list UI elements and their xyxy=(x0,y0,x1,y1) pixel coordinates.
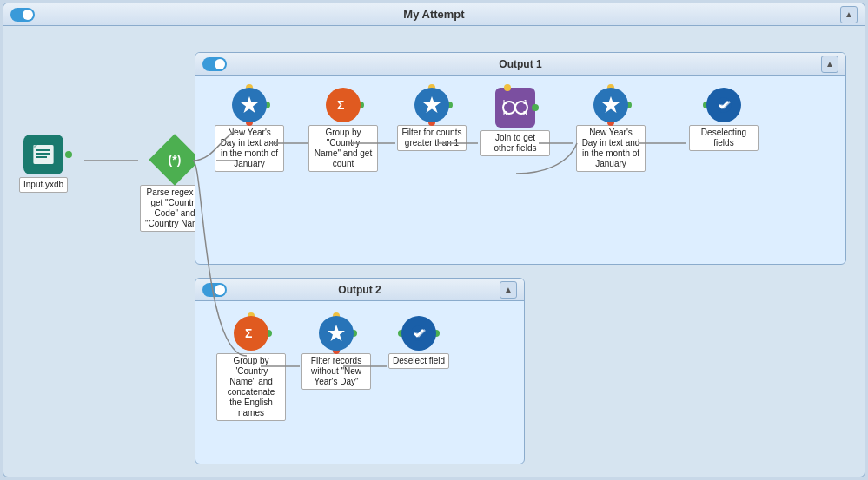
group-by-1-label: Group by "Country Name" and get count xyxy=(308,125,378,172)
input-label: Input.yxdb xyxy=(19,177,68,193)
join-icon: L J R R xyxy=(495,88,535,128)
group-by-1-icon: Σ xyxy=(326,88,361,122)
group-by-2-icon: Σ xyxy=(234,316,268,351)
new-years-1-label: New Year's Day in text and in the month … xyxy=(215,125,284,172)
svg-text:J: J xyxy=(523,99,527,105)
filter-counts-label: Filter for counts greater than 1 xyxy=(397,125,467,151)
join-label: Join to get other fields xyxy=(480,130,550,156)
filter-records-icon xyxy=(319,316,354,351)
output2-toggle[interactable] xyxy=(202,283,227,297)
output1-title: Output 1 xyxy=(499,58,541,70)
output1-collapse[interactable]: ▲ xyxy=(821,56,838,73)
canvas-area: Input.yxdb (*) Parse regex to get "Count… xyxy=(3,26,865,477)
main-collapse-btn[interactable]: ▲ xyxy=(840,6,858,23)
main-title: My Attempt xyxy=(403,8,464,21)
title-bar: My Attempt ▲ xyxy=(3,3,865,26)
output1-toggle[interactable] xyxy=(202,57,227,71)
join-top-left-port xyxy=(504,84,511,91)
filter-records-node[interactable]: Filter records without "New Year's Day" xyxy=(301,316,371,390)
input-icon xyxy=(23,135,63,174)
deselect-field-label: Deselect field xyxy=(388,353,449,369)
group-by-2-label: Group by "Country Name" and concatenate … xyxy=(216,353,286,421)
new-years-1-node[interactable]: New Year's Day in text and in the month … xyxy=(215,88,284,172)
output-box-1: Output 1 ▲ xyxy=(195,52,846,265)
main-toggle[interactable] xyxy=(10,8,35,22)
input-node[interactable]: Input.yxdb xyxy=(19,135,68,193)
main-window: My Attempt ▲ Input.yxdb xyxy=(3,3,865,477)
filter-records-label: Filter records without "New Year's Day" xyxy=(301,353,371,390)
svg-text:R: R xyxy=(503,110,507,116)
output2-header: Output 2 ▲ xyxy=(195,279,524,301)
input-right-port xyxy=(65,151,72,158)
join-node[interactable]: L J R R Join to get other fields xyxy=(480,88,550,156)
deselecting-icon xyxy=(706,88,741,122)
new-years-2-icon xyxy=(593,88,628,122)
deselecting-node[interactable]: Deselecting fields xyxy=(689,88,759,151)
group-by-2-node[interactable]: Σ Group by "Country Name" and concatenat… xyxy=(216,316,286,421)
output2-title: Output 2 xyxy=(338,284,381,296)
join-right-port xyxy=(532,104,539,111)
new-years-1-icon xyxy=(232,88,267,122)
filter-counts-icon xyxy=(414,88,449,122)
new-years-2-node[interactable]: New Year's Day in text and in the month … xyxy=(576,88,646,172)
output2-collapse[interactable]: ▲ xyxy=(500,281,517,299)
output1-header: Output 1 ▲ xyxy=(195,53,845,76)
svg-text:Σ: Σ xyxy=(245,326,252,340)
deselect-field-node[interactable]: Deselect field xyxy=(388,316,449,369)
svg-text:Σ: Σ xyxy=(337,98,344,112)
deselecting-label: Deselecting fields xyxy=(689,125,759,151)
svg-text:L: L xyxy=(503,99,507,105)
group-by-1-node[interactable]: Σ Group by "Country Name" and get count xyxy=(308,88,378,172)
deselect-field-icon xyxy=(401,316,436,351)
svg-text:R: R xyxy=(523,110,527,116)
filter-counts-node[interactable]: Filter for counts greater than 1 xyxy=(397,88,467,151)
output-box-2: Output 2 ▲ Σ xyxy=(195,278,525,464)
new-years-2-label: New Year's Day in text and in the month … xyxy=(576,125,646,172)
